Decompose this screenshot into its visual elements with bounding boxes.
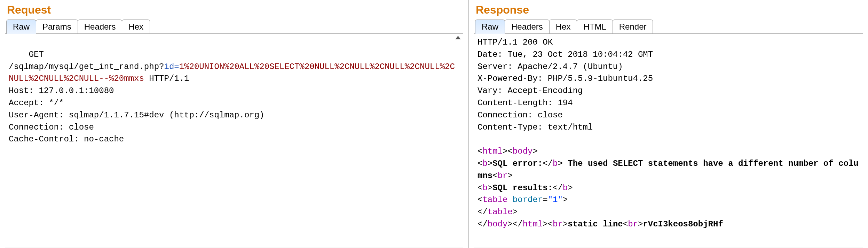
request-param-sep: = xyxy=(174,62,179,71)
tab-headers[interactable]: Headers xyxy=(78,20,123,34)
tab-params[interactable]: Params xyxy=(36,20,78,34)
request-panel: Request Raw Params Headers Hex GET /sqlm… xyxy=(0,0,468,248)
request-path: /sqlmap/mysql/get_int_rand.php? xyxy=(9,62,164,71)
sql-error-label: SQL error: xyxy=(492,159,543,168)
tag-body: body xyxy=(513,147,533,156)
attr-border-val: "1" xyxy=(548,195,563,204)
tag-b-close: b xyxy=(563,183,568,193)
tab-hex[interactable]: Hex xyxy=(122,20,150,34)
tab-render[interactable]: Render xyxy=(613,20,653,34)
tag-br: br xyxy=(628,219,638,229)
tab-hex[interactable]: Hex xyxy=(549,20,577,34)
request-header: Accept: */* xyxy=(9,98,64,108)
response-tabs: Raw Headers Hex HTML Render xyxy=(475,19,863,33)
response-header: Content-Length: 194 xyxy=(478,98,573,108)
response-panel: Response Raw Headers Hex HTML Render HTT… xyxy=(468,0,868,248)
response-header: Connection: close xyxy=(478,110,563,120)
request-http-version: HTTP/1.1 xyxy=(144,74,189,83)
response-header: Date: Tue, 23 Oct 2018 10:04:42 GMT xyxy=(478,50,653,59)
tab-headers[interactable]: Headers xyxy=(505,20,550,34)
tag-body-close: body xyxy=(488,219,508,229)
attr-border-name: border xyxy=(513,195,543,204)
tag-b-close: b xyxy=(553,159,558,168)
tag-b: b xyxy=(482,183,487,193)
tab-raw[interactable]: Raw xyxy=(475,20,505,34)
request-header: Cache-Control: no-cache xyxy=(9,134,124,144)
tag-b: b xyxy=(482,159,487,168)
sql-results-label: SQL results: xyxy=(492,183,553,193)
tag-br: br xyxy=(498,171,508,180)
request-header: Host: 127.0.0.1:10080 xyxy=(9,86,114,95)
request-raw-content[interactable]: GET /sqlmap/mysql/get_int_rand.php?id=1%… xyxy=(5,33,463,248)
tag-table-close: table xyxy=(488,207,513,217)
response-header: X-Powered-By: PHP/5.5.9-1ubuntu4.25 xyxy=(478,74,653,83)
random-tail: rVcI3keos8objRHf xyxy=(643,219,723,229)
tag-table: table xyxy=(482,195,507,204)
static-line: static line xyxy=(568,219,623,229)
tab-html[interactable]: HTML xyxy=(577,20,613,34)
tag-html-close: html xyxy=(523,219,543,229)
tab-raw[interactable]: Raw xyxy=(6,20,36,34)
response-raw-content[interactable]: HTTP/1.1 200 OK Date: Tue, 23 Oct 2018 1… xyxy=(474,33,863,248)
request-param-name: id xyxy=(164,62,174,71)
tag-br: br xyxy=(553,219,563,229)
response-title: Response xyxy=(476,3,863,16)
request-header: User-Agent: sqlmap/1.1.7.15#dev (http://… xyxy=(9,110,265,120)
response-header: Vary: Accept-Encoding xyxy=(478,86,583,95)
response-header: Server: Apache/2.4.7 (Ubuntu) xyxy=(478,62,623,71)
request-header: Connection: close xyxy=(9,123,94,132)
response-header: Content-Type: text/html xyxy=(478,123,593,132)
tag-html: html xyxy=(482,147,503,156)
request-method: GET xyxy=(29,50,44,59)
response-status: HTTP/1.1 200 OK xyxy=(478,38,553,47)
scroll-up-icon[interactable] xyxy=(455,36,461,39)
request-title: Request xyxy=(7,3,463,16)
request-tabs: Raw Params Headers Hex xyxy=(6,19,463,33)
